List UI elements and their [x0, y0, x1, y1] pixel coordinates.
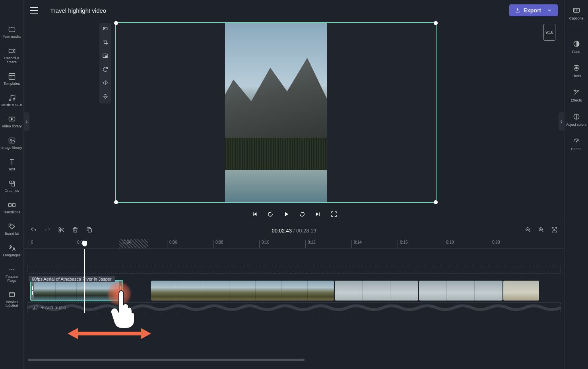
ruler-mark: 0:14: [351, 240, 361, 248]
svg-point-27: [576, 141, 577, 142]
video-clip[interactable]: [419, 281, 503, 301]
sidebar-item-music-sfx[interactable]: Music & SFX: [0, 92, 23, 109]
play-button[interactable]: [283, 211, 290, 219]
video-frame: [225, 23, 327, 202]
shapes-icon: [8, 180, 16, 187]
annotation-pulse: [107, 281, 132, 307]
speed-icon: [572, 137, 580, 145]
ruler-mark: 0:10: [259, 240, 269, 248]
svg-point-29: [104, 28, 105, 29]
sidebar-item-image-library[interactable]: Image library: [0, 135, 23, 152]
scrollbar-thumb[interactable]: [28, 359, 305, 361]
aspect-ratio-selector[interactable]: 9:16: [543, 24, 555, 41]
sidebar-item-brand-kit[interactable]: Brand kit: [0, 221, 23, 238]
sidebar-item-fade[interactable]: Fade: [565, 37, 588, 56]
video-clip[interactable]: [335, 281, 418, 301]
video-icon: [8, 115, 16, 123]
expand-left-panel-button[interactable]: ›: [24, 112, 29, 131]
tag-icon: [8, 223, 16, 230]
sidebar-item-feature-flags[interactable]: Feature Flags: [0, 264, 23, 285]
sidebar-item-version[interactable]: Version fa9c5c6: [0, 289, 23, 310]
svg-point-5: [9, 99, 11, 101]
playhead[interactable]: [84, 249, 85, 313]
svg-rect-34: [88, 229, 92, 232]
right-sidebar: Captions Fade Filters Effects Adjust col…: [564, 0, 588, 369]
sidebar-item-speed[interactable]: Speed: [565, 135, 588, 153]
sidebar-item-adjust-colors[interactable]: Adjust colors: [565, 110, 588, 129]
split-button[interactable]: [58, 226, 65, 235]
undo-button[interactable]: [30, 226, 37, 235]
skip-forward-button[interactable]: [299, 211, 306, 219]
svg-rect-2: [9, 73, 15, 79]
sidebar-item-transitions[interactable]: Transitions: [0, 199, 23, 216]
preview-canvas[interactable]: [115, 22, 437, 203]
video-clip[interactable]: [503, 281, 539, 301]
svg-point-15: [10, 225, 11, 226]
fullscreen-button[interactable]: [330, 211, 338, 219]
resize-handle-top-left[interactable]: [114, 21, 118, 25]
ruler-mark: 0:20: [490, 240, 500, 248]
pip-tool[interactable]: [102, 53, 109, 61]
sidebar-item-text[interactable]: Text: [0, 156, 23, 173]
ruler-mark: 0:06: [167, 240, 177, 248]
svg-rect-14: [12, 204, 15, 207]
clip-tooltip: 60fps Aerial of Athabasca River in Jaspe…: [29, 276, 115, 282]
duplicate-button[interactable]: [86, 226, 93, 235]
resize-handle-top-right[interactable]: [434, 21, 438, 25]
sidebar-item-filters[interactable]: Filters: [565, 62, 588, 80]
left-sidebar: Your media Record & create Templates Mus…: [0, 0, 24, 369]
add-audio-track[interactable]: + Add audio: [27, 302, 561, 313]
timeline-tracks: 60fps Aerial of Athabasca River in Jaspe…: [24, 249, 564, 313]
sidebar-item-templates[interactable]: Templates: [0, 71, 23, 88]
svg-point-25: [574, 67, 578, 70]
video-clip[interactable]: [151, 281, 334, 301]
svg-rect-1: [9, 49, 13, 53]
export-button[interactable]: Export: [509, 4, 558, 16]
hamburger-menu-button[interactable]: [30, 4, 43, 17]
empty-track[interactable]: [27, 265, 561, 273]
ruler-mark: 0:12: [305, 240, 315, 248]
sidebar-item-record-create[interactable]: Record & create: [0, 45, 23, 66]
svg-point-24: [576, 65, 579, 68]
timeline-scrollbar[interactable]: [28, 359, 560, 361]
sidebar-item-your-media[interactable]: Your media: [0, 24, 23, 41]
sidebar-item-languages[interactable]: Languages: [0, 242, 23, 259]
flip-vertical-tool[interactable]: [102, 93, 109, 101]
timeline-ruler[interactable]: 0 0:02 0:04 0:06 0:08 0:10 0:12 0:14 0:1…: [24, 239, 564, 249]
flip-horizontal-tool[interactable]: [102, 80, 109, 88]
resize-handle-bottom-left[interactable]: [114, 200, 118, 204]
zoom-fit-button[interactable]: [551, 226, 558, 235]
svg-rect-31: [105, 56, 107, 57]
transitions-icon: [8, 201, 16, 209]
zoom-out-button[interactable]: [525, 226, 532, 235]
timeline-toolbar: 00:02.43 / 00:28.19: [24, 222, 564, 239]
skip-back-button[interactable]: [267, 211, 274, 219]
redo-button[interactable]: [44, 226, 51, 235]
timecode-display: 00:02.43 / 00:28.19: [272, 228, 316, 234]
export-label: Export: [524, 7, 541, 14]
total-time: 00:28.19: [296, 228, 316, 234]
clip-trim-handle-left[interactable]: [31, 281, 34, 301]
sidebar-item-captions[interactable]: Captions: [565, 4, 588, 23]
playback-controls: [251, 211, 338, 219]
skip-to-end-button[interactable]: [314, 211, 322, 219]
sidebar-item-graphics[interactable]: Graphics: [0, 178, 23, 195]
fit-tool[interactable]: [102, 25, 109, 33]
ruler-mark: 0: [29, 240, 33, 248]
ruler-mark: 0:08: [213, 240, 223, 248]
camera-icon: [8, 47, 16, 55]
skip-to-start-button[interactable]: [251, 211, 258, 219]
delete-button[interactable]: [72, 226, 79, 235]
project-title[interactable]: Travel highlight video: [50, 7, 106, 14]
sidebar-item-video-library[interactable]: Video library: [0, 113, 23, 130]
resize-handle-bottom-right[interactable]: [434, 200, 438, 204]
text-icon: [8, 158, 16, 166]
zoom-in-button[interactable]: [538, 226, 545, 235]
svg-point-17: [11, 269, 12, 270]
rotate-tool[interactable]: [102, 66, 109, 74]
ruler-gap-indicator: [119, 239, 148, 248]
crop-tool[interactable]: [102, 39, 109, 47]
svg-rect-13: [8, 204, 11, 207]
expand-right-panel-button[interactable]: ‹: [559, 112, 564, 131]
sidebar-item-effects[interactable]: Effects: [565, 86, 588, 105]
